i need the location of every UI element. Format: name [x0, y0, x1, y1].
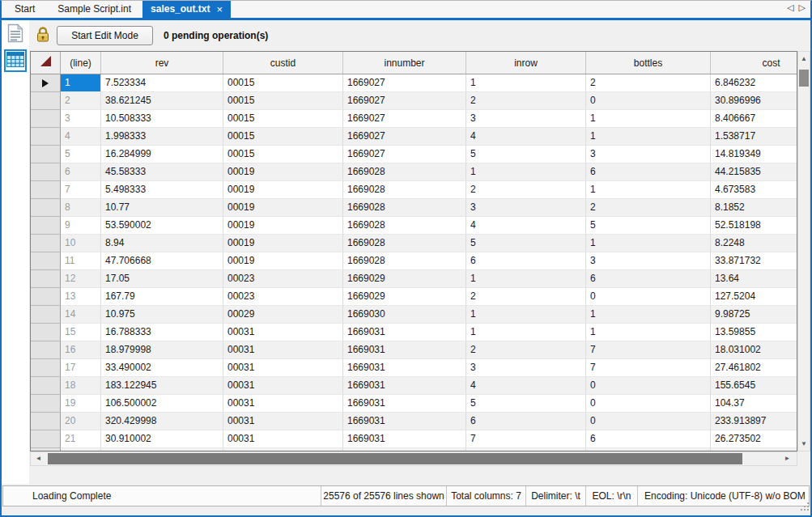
cell-line[interactable]: 11 — [61, 252, 101, 270]
cell-rev[interactable]: 10.508333 — [101, 110, 223, 128]
cell-inrow[interactable]: 7 — [466, 430, 586, 448]
cell-bottles[interactable]: 0 — [586, 288, 711, 306]
cell-line[interactable]: 8 — [61, 199, 101, 217]
cell-bottles[interactable]: 0 — [586, 395, 711, 413]
row-header[interactable] — [31, 395, 61, 413]
cell-rev[interactable]: 320.429998 — [101, 413, 223, 430]
cell-rev[interactable]: 38.621245 — [101, 92, 223, 110]
cell-inrow[interactable]: 5 — [466, 235, 586, 252]
tab-close-icon[interactable]: × — [216, 4, 223, 15]
cell-custid[interactable]: 00031 — [223, 324, 343, 341]
cell-bottles[interactable]: 2 — [586, 74, 711, 92]
row-header[interactable] — [31, 128, 61, 146]
cell-line[interactable]: 7 — [61, 181, 101, 199]
scroll-up-icon[interactable]: ▲ — [798, 53, 810, 65]
cell-rev[interactable]: 18.979998 — [101, 341, 223, 359]
cell-custid[interactable]: 00015 — [223, 128, 343, 146]
scroll-left-icon[interactable]: ◄ — [32, 452, 45, 465]
row-header[interactable] — [31, 270, 61, 288]
cell-inrow[interactable]: 2 — [466, 181, 586, 199]
grid-view-button[interactable] — [4, 49, 27, 72]
cell-rev[interactable]: 5.498333 — [101, 181, 223, 199]
cell-rev[interactable]: 30.910002 — [101, 430, 223, 448]
cell-custid[interactable]: 00019 — [223, 181, 343, 199]
cell-innumber[interactable]: 1669027 — [343, 92, 466, 110]
column-header-cost[interactable]: cost — [711, 52, 797, 74]
row-header[interactable] — [31, 199, 61, 217]
cell-cost[interactable]: 155.6545 — [711, 377, 797, 395]
cell-cost[interactable]: 44.215835 — [711, 163, 797, 181]
cell-inrow[interactable]: 2 — [466, 92, 586, 110]
row-header[interactable] — [31, 217, 61, 235]
cell-innumber[interactable]: 1669031 — [343, 430, 466, 448]
column-header-innumber[interactable]: innumber — [343, 52, 466, 74]
cell-custid[interactable]: 00019 — [223, 163, 343, 181]
row-header[interactable] — [31, 306, 61, 324]
cell-cost[interactable]: 233.913897 — [711, 413, 797, 430]
cell-inrow[interactable]: 2 — [466, 341, 586, 359]
cell-rev[interactable]: 53.590002 — [101, 217, 223, 235]
cell-custid[interactable]: 00029 — [223, 306, 343, 324]
cell-cost[interactable]: 1.538717 — [711, 128, 797, 146]
column-header-custid[interactable]: custid — [223, 52, 343, 74]
tab-start[interactable]: Start — [3, 0, 46, 18]
cell-inrow[interactable]: 3 — [466, 359, 586, 377]
cell-line[interactable]: 5 — [61, 146, 101, 163]
cell-innumber[interactable]: 1669031 — [343, 413, 466, 430]
cell-rev[interactable]: 10.77 — [101, 199, 223, 217]
cell-inrow[interactable]: 1 — [466, 306, 586, 324]
cell-custid[interactable]: 00023 — [223, 270, 343, 288]
cell-innumber[interactable]: 1669028 — [343, 252, 466, 270]
cell-custid[interactable]: 00031 — [223, 413, 343, 430]
cell-cost[interactable]: 30.896996 — [711, 92, 797, 110]
row-header[interactable] — [31, 74, 61, 92]
column-header-line[interactable]: (line) — [61, 52, 101, 74]
cell-innumber[interactable]: 1669030 — [343, 306, 466, 324]
cell-custid[interactable]: 00015 — [223, 146, 343, 163]
tab-sales-out-txt[interactable]: sales_out.txt× — [142, 0, 231, 18]
horizontal-scrollbar[interactable]: ◄ ► — [30, 451, 797, 466]
cell-inrow[interactable]: 4 — [466, 217, 586, 235]
cell-bottles[interactable]: 6 — [586, 430, 711, 448]
cell-custid[interactable]: 00019 — [223, 235, 343, 252]
cell-bottles[interactable]: 1 — [586, 324, 711, 341]
scroll-down-icon[interactable]: ▼ — [798, 438, 810, 450]
cell-cost[interactable]: 52.518198 — [711, 217, 797, 235]
cell-line[interactable]: 16 — [61, 341, 101, 359]
cell-cost[interactable]: 127.5204 — [711, 288, 797, 306]
cell-rev[interactable]: 8.94 — [101, 235, 223, 252]
cell-line[interactable]: 21 — [61, 430, 101, 448]
cell-line[interactable]: 17 — [61, 359, 101, 377]
row-header[interactable] — [31, 146, 61, 163]
cell-cost[interactable]: 13.59855 — [711, 324, 797, 341]
cell-cost[interactable]: 9.98725 — [711, 306, 797, 324]
cell-bottles[interactable]: 2 — [586, 199, 711, 217]
cell-rev[interactable]: 45.58333 — [101, 163, 223, 181]
cell-custid[interactable]: 00031 — [223, 377, 343, 395]
cell-bottles[interactable]: 1 — [586, 181, 711, 199]
cell-bottles[interactable]: 6 — [586, 163, 711, 181]
cell-cost[interactable]: 18.031002 — [711, 341, 797, 359]
cell-bottles[interactable]: 1 — [586, 110, 711, 128]
cell-rev[interactable]: 17.05 — [101, 270, 223, 288]
cell-rev[interactable]: 33.490002 — [101, 359, 223, 377]
cell-line[interactable]: 9 — [61, 217, 101, 235]
document-view-button[interactable] — [4, 23, 27, 46]
cell-custid[interactable]: 00031 — [223, 395, 343, 413]
row-header[interactable] — [31, 413, 61, 430]
cell-innumber[interactable]: 1669027 — [343, 110, 466, 128]
cell-innumber[interactable]: 1669027 — [343, 128, 466, 146]
cell-bottles[interactable]: 3 — [586, 146, 711, 163]
cell-custid[interactable]: 00031 — [223, 341, 343, 359]
cell-custid[interactable]: 00015 — [223, 110, 343, 128]
cell-innumber[interactable]: 1669031 — [343, 395, 466, 413]
scroll-right-icon[interactable]: ► — [781, 452, 793, 465]
cell-rev[interactable]: 10.975 — [101, 306, 223, 324]
cell-inrow[interactable]: 5 — [466, 395, 586, 413]
cell-inrow[interactable]: 6 — [466, 413, 586, 430]
column-header-inrow[interactable]: inrow — [466, 52, 586, 74]
cell-line[interactable]: 4 — [61, 128, 101, 146]
row-header[interactable] — [31, 235, 61, 252]
cell-bottles[interactable]: 7 — [586, 341, 711, 359]
cell-innumber[interactable]: 1669028 — [343, 235, 466, 252]
